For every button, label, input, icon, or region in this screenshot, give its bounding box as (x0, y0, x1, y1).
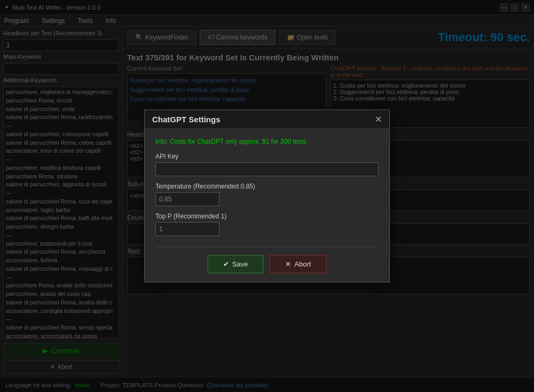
temperature-input[interactable] (155, 192, 219, 206)
modal-overlay: ChatGPT Settings ✕ Info: Costs for ChatG… (0, 0, 534, 392)
modal-close-button[interactable]: ✕ (375, 114, 382, 124)
modal-info-text: Info: Costs for ChatGPT only approx. $1 … (155, 138, 379, 145)
modal-buttons: ✔ Save ✕ Abort (155, 255, 379, 273)
modal-save-button[interactable]: ✔ Save (207, 255, 264, 273)
save-label: Save (232, 260, 248, 268)
modal-divider (155, 247, 379, 247)
api-key-label: API Key (155, 153, 379, 160)
x-abort-icon: ✕ (285, 260, 291, 268)
top-p-input[interactable] (155, 222, 219, 236)
api-key-input[interactable] (155, 162, 379, 176)
top-p-label: Top P (Recommended 1) (155, 213, 379, 220)
modal-title-bar: ChatGPT Settings ✕ (145, 110, 389, 129)
modal-abort-button[interactable]: ✕ Abort (269, 255, 327, 273)
checkmark-icon: ✔ (223, 260, 229, 268)
modal-title: ChatGPT Settings (152, 115, 221, 124)
temperature-label: Temperature (Recommended 0.85) (155, 183, 379, 190)
chatgpt-settings-modal: ChatGPT Settings ✕ Info: Costs for ChatG… (144, 109, 390, 283)
modal-body: Info: Costs for ChatGPT only approx. $1 … (145, 129, 389, 282)
abort-modal-label: Abort (294, 260, 311, 268)
